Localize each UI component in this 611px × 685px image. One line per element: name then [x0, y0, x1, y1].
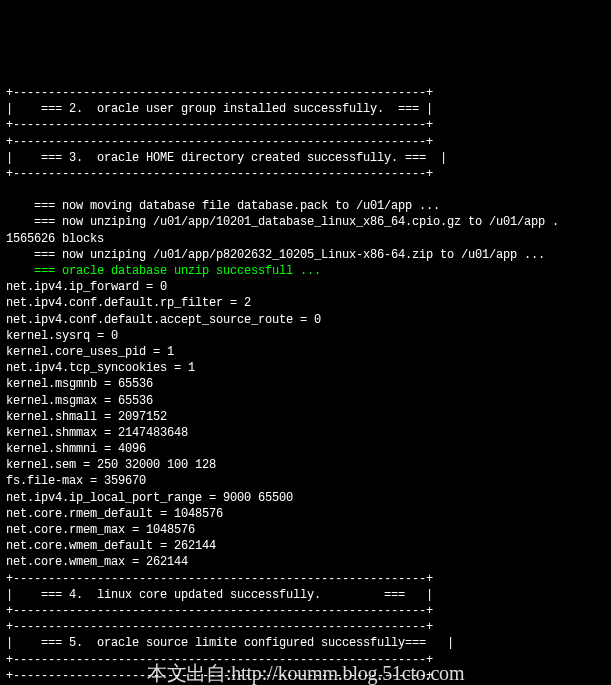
terminal-line: kernel.shmmax = 2147483648	[6, 425, 605, 441]
terminal-line: | === 4. linux core updated successfully…	[6, 587, 605, 603]
terminal-line	[6, 182, 605, 198]
terminal-line: === now moving database file database.pa…	[6, 198, 605, 214]
terminal-line: net.core.wmem_max = 262144	[6, 554, 605, 570]
terminal-line: === oracle database unzip successfull ..…	[6, 263, 605, 279]
terminal-line: +---------------------------------------…	[6, 85, 605, 101]
terminal-line: kernel.shmmni = 4096	[6, 441, 605, 457]
terminal-line: +---------------------------------------…	[6, 134, 605, 150]
terminal-line: net.core.rmem_default = 1048576	[6, 506, 605, 522]
terminal-line: kernel.msgmnb = 65536	[6, 376, 605, 392]
terminal-line: +---------------------------------------…	[6, 571, 605, 587]
terminal-output: +---------------------------------------…	[6, 85, 605, 685]
terminal-line: | === 3. oracle HOME directory created s…	[6, 150, 605, 166]
terminal-line: +---------------------------------------…	[6, 619, 605, 635]
terminal-line: 1565626 blocks	[6, 231, 605, 247]
terminal-line: +---------------------------------------…	[6, 603, 605, 619]
terminal-line: kernel.sysrq = 0	[6, 328, 605, 344]
terminal-line: fs.file-max = 359670	[6, 473, 605, 489]
terminal-line: +---------------------------------------…	[6, 652, 605, 668]
terminal-line: +---------------------------------------…	[6, 166, 605, 182]
terminal-line: net.ipv4.ip_forward = 0	[6, 279, 605, 295]
terminal-line: net.ipv4.ip_local_port_range = 9000 6550…	[6, 490, 605, 506]
terminal-line: | === 2. oracle user group installed suc…	[6, 101, 605, 117]
terminal-line: +---------------------------------------…	[6, 668, 605, 684]
terminal-line: | === 5. oracle source limite configured…	[6, 635, 605, 651]
terminal-line: kernel.shmall = 2097152	[6, 409, 605, 425]
terminal-line: kernel.core_uses_pid = 1	[6, 344, 605, 360]
terminal-line: net.ipv4.conf.default.accept_source_rout…	[6, 312, 605, 328]
terminal-line: +---------------------------------------…	[6, 117, 605, 133]
terminal-line: === now unziping /u01/app/p8202632_10205…	[6, 247, 605, 263]
terminal-line: net.core.wmem_default = 262144	[6, 538, 605, 554]
terminal-line: net.ipv4.tcp_syncookies = 1	[6, 360, 605, 376]
terminal-line: net.ipv4.conf.default.rp_filter = 2	[6, 295, 605, 311]
terminal-line: === now unziping /u01/app/10201_database…	[6, 214, 605, 230]
terminal-line: kernel.sem = 250 32000 100 128	[6, 457, 605, 473]
terminal-line: net.core.rmem_max = 1048576	[6, 522, 605, 538]
terminal-window[interactable]: { "lines": [ {"t":"+--------------------…	[6, 20, 605, 685]
terminal-line: kernel.msgmax = 65536	[6, 393, 605, 409]
